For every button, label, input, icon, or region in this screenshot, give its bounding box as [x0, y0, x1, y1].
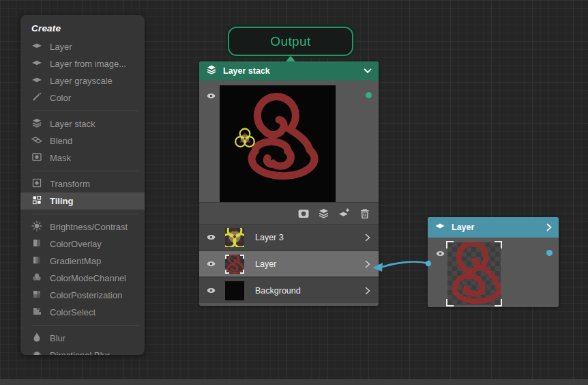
visibility-eye-icon[interactable] [206, 260, 217, 268]
layer-node-header[interactable]: Layer [428, 217, 559, 238]
output-node[interactable]: Output [228, 27, 353, 56]
menu-item-label: Layer from image... [50, 59, 126, 69]
layer-row-label: Layer [255, 259, 365, 269]
layer-stack-icon [31, 117, 42, 131]
menu-divider [31, 325, 139, 326]
layer-row-label: Layer 3 [255, 233, 365, 242]
mask-tool-icon[interactable] [297, 208, 309, 219]
color-posterization-icon [31, 289, 42, 302]
layer-node-preview [447, 242, 501, 305]
selection-corner [495, 241, 502, 248]
selection-corner [495, 299, 502, 306]
chevron-right-icon[interactable] [365, 287, 370, 295]
layer-thumbnail [225, 228, 244, 247]
horizontal-scrollbar[interactable] [0, 379, 588, 385]
menu-item-label: Color [50, 93, 71, 103]
selection-corner [446, 241, 454, 248]
menu-item-gradientmap[interactable]: GradientMap [20, 253, 145, 270]
layer-row-layer[interactable]: Layer [199, 251, 379, 276]
menu-item-tiling[interactable]: Tiling [20, 192, 145, 210]
color-icon [31, 91, 42, 105]
directional-blur-icon [31, 349, 42, 356]
selection-corner [446, 299, 454, 306]
menu-item-label: Tiling [50, 196, 73, 206]
menu-item-colorselect[interactable]: ColorSelect [20, 304, 145, 321]
layer-node-title: Layer [452, 223, 546, 232]
layer-stack-toolbar [199, 202, 379, 225]
visibility-eye-icon[interactable] [206, 233, 217, 242]
menu-item-label: Directional Blur [50, 350, 110, 355]
layer-thumbnail [225, 255, 244, 274]
menu-item-label: ColorSelect [50, 307, 95, 317]
layer-stack-rows: Layer 3LayerBackground [199, 225, 379, 303]
menu-item-colorposterization[interactable]: ColorPosterization [20, 287, 145, 304]
menu-item-layer[interactable]: Layer [20, 38, 145, 55]
menu-item-colormodechannel[interactable]: ColorModeChannel [20, 270, 145, 287]
menu-item-brightness-contrast[interactable]: Brightness/Contrast [20, 218, 145, 236]
add-layer-tool-icon[interactable] [338, 208, 350, 219]
layers-tool-icon[interactable] [318, 208, 329, 219]
stack-output-socket[interactable] [366, 92, 372, 98]
output-node-label: Output [270, 34, 310, 49]
output-input-socket[interactable] [286, 56, 295, 61]
layer-output-socket[interactable] [546, 250, 553, 256]
tiling-icon [31, 195, 42, 208]
menu-item-label: Blend [50, 136, 72, 146]
menu-item-blend[interactable]: Blend [20, 132, 145, 149]
layer-row-label: Background [255, 286, 365, 296]
layer-node: Layer [428, 217, 559, 307]
layer-icon [31, 40, 42, 54]
visibility-eye-icon[interactable] [206, 287, 217, 295]
menu-item-blur[interactable]: Blur [20, 330, 145, 347]
node-editor-canvas[interactable]: Create LayerLayer from image...Layer gra… [0, 0, 588, 385]
menu-item-label: Brightness/Contrast [50, 222, 128, 232]
menu-item-layer-grayscale[interactable]: Layer grayscale [20, 72, 145, 89]
layer-row-background[interactable]: Background [199, 278, 379, 303]
menu-item-color[interactable]: Color [20, 89, 145, 106]
menu-item-label: ColorModeChannel [50, 273, 126, 283]
create-menu: Create LayerLayer from image...Layer gra… [20, 15, 145, 355]
menu-item-coloroverlay[interactable]: ColorOverlay [20, 236, 145, 253]
create-menu-items: LayerLayer from image...Layer grayscaleC… [20, 38, 145, 355]
menu-item-layer-stack[interactable]: Layer stack [20, 115, 145, 132]
layer-row-layer-3[interactable]: Layer 3 [199, 225, 379, 250]
layer-stack-preview-area [199, 81, 379, 202]
layer-stack-node-title: Layer stack [223, 66, 364, 76]
brightness-contrast-icon [31, 220, 42, 234]
menu-item-directional-blur[interactable]: Directional Blur [20, 347, 145, 355]
blur-icon [31, 332, 42, 345]
menu-item-transform[interactable]: Transform [20, 175, 145, 192]
layer-stack-node-header[interactable]: Layer stack [199, 61, 379, 81]
layer-stack-node: Layer stack Layer 3LayerBackground [199, 61, 379, 306]
color-select-icon [31, 306, 42, 319]
trash-icon[interactable] [359, 208, 370, 219]
blend-icon [31, 134, 42, 148]
color-overlay-icon [31, 238, 42, 251]
chevron-down-icon[interactable] [364, 68, 372, 74]
mask-icon [31, 152, 42, 165]
layer-icon [31, 74, 42, 88]
menu-item-mask[interactable]: Mask [20, 149, 145, 167]
menu-item-layer-from-image[interactable]: Layer from image... [20, 55, 145, 72]
chevron-right-icon[interactable] [546, 223, 552, 231]
menu-item-label: ColorOverlay [50, 239, 102, 249]
layer-icon [31, 57, 42, 71]
menu-divider [31, 171, 139, 171]
layer-node-body [428, 238, 559, 307]
layers-icon [206, 64, 217, 78]
menu-item-label: Transform [50, 179, 90, 189]
stack-visibility-eye-icon[interactable] [206, 91, 217, 100]
transform-icon [31, 177, 42, 191]
menu-item-label: Blur [50, 333, 65, 343]
menu-item-label: GradientMap [50, 256, 101, 266]
chevron-right-icon[interactable] [365, 260, 370, 268]
layer-thumbnail [225, 281, 244, 300]
gradient-map-icon [31, 255, 42, 268]
menu-divider [31, 214, 139, 214]
menu-item-label: Layer [50, 42, 72, 52]
menu-item-label: ColorPosterization [50, 290, 122, 300]
layer-visibility-eye-icon[interactable] [435, 249, 446, 257]
menu-item-label: Layer grayscale [50, 76, 113, 86]
chevron-right-icon[interactable] [365, 233, 370, 242]
create-menu-title: Create [31, 23, 145, 33]
